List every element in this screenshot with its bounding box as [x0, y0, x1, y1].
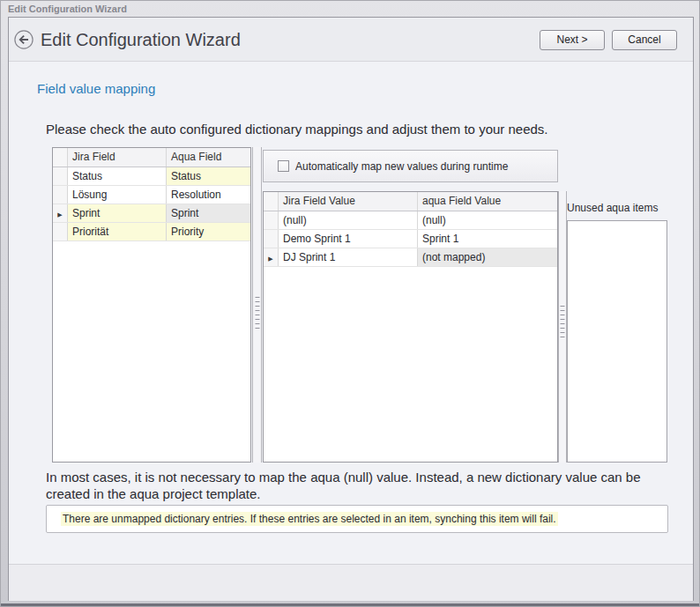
grid-cell[interactable]: Status [167, 167, 250, 185]
row-selector-header [264, 192, 279, 211]
row-selector[interactable] [264, 211, 279, 229]
grid-cell[interactable]: Resolution [167, 186, 250, 204]
grid-cell[interactable]: Lösung [68, 186, 167, 204]
instruction-text: Please check the auto configured diction… [46, 122, 548, 137]
warning-text: There are unmapped dictionary entries. I… [61, 512, 558, 526]
grid-cell[interactable]: Sprint [68, 204, 167, 222]
auto-map-checkbox[interactable] [278, 160, 289, 172]
footer-bar [9, 564, 693, 601]
unused-aqua-items-label: Unused aqua items [567, 202, 658, 214]
section-title: Field value mapping [37, 81, 155, 96]
grid-cell[interactable]: Sprint [167, 204, 250, 222]
row-selector[interactable] [53, 167, 68, 185]
column-header-jira-field-value[interactable]: Jira Field Value [279, 192, 418, 211]
table-row: Status Status [53, 167, 250, 186]
app-window: { "window": { "titlebar_title": "Edit Co… [0, 0, 700, 607]
splitter-handle[interactable] [558, 191, 567, 463]
grid-cell[interactable]: DJ Sprint 1 [279, 248, 418, 266]
null-mapping-note: In most cases, it is not necessary to ma… [46, 469, 677, 502]
grid-cell[interactable]: (null) [418, 211, 557, 229]
grid-cell[interactable]: Status [68, 167, 167, 185]
grid-cell[interactable]: Sprint 1 [418, 230, 557, 248]
table-row-selected: ▶ DJ Sprint 1 (not mapped) [264, 248, 557, 267]
row-selector[interactable] [53, 186, 68, 204]
column-header-jira-field[interactable]: Jira Field [68, 148, 167, 167]
table-row: Demo Sprint 1 Sprint 1 [264, 230, 557, 248]
splitter-grip-icon [561, 306, 565, 337]
field-grid-header: Jira Field Aqua Field [53, 148, 250, 167]
current-row-arrow-icon: ▶ [268, 255, 272, 262]
grid-cell[interactable]: (not mapped) [418, 248, 557, 266]
runtime-mapping-panel: Automatically map new values during runt… [263, 150, 558, 182]
grid-cell[interactable]: Priorität [68, 223, 167, 241]
column-header-aqua-field-value[interactable]: aqua Field Value [418, 192, 557, 211]
table-row-selected: ▶ Sprint Sprint [53, 204, 250, 223]
back-button[interactable] [14, 30, 34, 49]
window-titlebar-title: Edit Configuration Wizard [8, 4, 127, 14]
cancel-button[interactable]: Cancel [612, 30, 677, 50]
window-bottom-edge [1, 603, 699, 606]
table-row: Priorität Priority [53, 223, 250, 241]
row-selector-header [53, 148, 68, 167]
table-row: Lösung Resolution [53, 186, 250, 204]
grid-cell[interactable]: (null) [279, 211, 418, 229]
unused-aqua-items-list[interactable] [567, 220, 667, 463]
current-row-arrow-icon: ▶ [57, 211, 62, 218]
grid-cell[interactable]: Demo Sprint 1 [279, 230, 418, 248]
wizard-dialog: Edit Configuration Wizard Field value ma… [8, 17, 694, 601]
splitter-grip-icon [255, 297, 259, 329]
row-selector[interactable]: ▶ [264, 248, 279, 266]
warning-box: There are unmapped dictionary entries. I… [46, 505, 668, 533]
value-mapping-grid: Jira Field Value aqua Field Value (null)… [263, 191, 558, 463]
field-mapping-grid: Jira Field Aqua Field Status Status Lösu… [52, 147, 251, 463]
page-title: Edit Configuration Wizard [41, 18, 241, 62]
row-selector[interactable]: ▶ [53, 204, 68, 222]
auto-map-checkbox-label: Automatically map new values during runt… [295, 160, 508, 173]
column-header-aqua-field[interactable]: Aqua Field [167, 148, 250, 167]
splitter-handle[interactable] [252, 147, 262, 463]
arrow-left-circle-icon [14, 30, 34, 49]
row-selector[interactable] [53, 223, 68, 241]
row-selector[interactable] [264, 230, 279, 248]
next-button[interactable]: Next > [540, 30, 605, 50]
grid-cell[interactable]: Priority [167, 223, 250, 241]
table-row: (null) (null) [264, 211, 557, 230]
value-grid-header: Jira Field Value aqua Field Value [264, 192, 557, 211]
